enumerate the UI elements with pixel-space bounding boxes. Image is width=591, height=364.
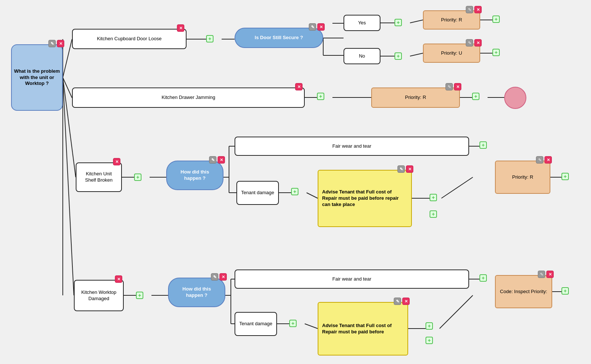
priority-r2-edit-btn[interactable]: ✎: [445, 83, 453, 90]
no-label: No: [359, 53, 365, 59]
root-label: What is the problem with the unit or Wor…: [12, 68, 62, 87]
how1-label: How did this happen ?: [172, 169, 218, 182]
drawer-node: ✕ Kitchen Drawer Jamming: [72, 87, 305, 108]
root-edit-btn[interactable]: ✎: [48, 40, 56, 47]
priority-r2-delete-btn[interactable]: ✕: [454, 83, 461, 90]
advise1-delete-btn[interactable]: ✕: [406, 165, 413, 173]
advise1-node: ✎ ✕ Advise Tenant that Full cost of Repa…: [318, 170, 412, 227]
flowchart-canvas: ✎ ✕ What is the problem with the unit or…: [0, 0, 591, 364]
priority-r1-delete-btn[interactable]: ✕: [474, 6, 482, 13]
priority-u-node: ✎ ✕ Priority: U: [423, 44, 480, 63]
pink-circle-node: [504, 87, 526, 109]
add-after-fwt2[interactable]: +: [479, 274, 487, 282]
priority-u-edit-btn[interactable]: ✎: [466, 39, 473, 47]
add-after-no[interactable]: +: [394, 52, 402, 60]
fwt1-label: Fair wear and tear: [332, 143, 372, 150]
priority-r1-label: Priority: R: [441, 17, 462, 23]
code-edit-btn[interactable]: ✎: [538, 271, 545, 278]
how2-label: How did this happen ?: [174, 286, 219, 299]
add-after-priority-u[interactable]: +: [492, 49, 500, 56]
how1-node: ✎ ✕ How did this happen ?: [166, 161, 223, 190]
add-after-priority-r3[interactable]: +: [561, 173, 569, 180]
code-label: Code: Inspect Priority:: [500, 289, 547, 295]
svg-line-1: [63, 78, 72, 98]
add-after-tenant1[interactable]: +: [291, 188, 298, 195]
add-after-tenant2[interactable]: +: [289, 320, 297, 327]
priority-u-delete-btn[interactable]: ✕: [474, 39, 482, 47]
add-after-advise2-b[interactable]: +: [426, 337, 433, 344]
how1-edit-btn[interactable]: ✎: [209, 156, 216, 164]
door-secure-delete-btn[interactable]: ✕: [317, 23, 325, 31]
advise1-edit-btn[interactable]: ✎: [397, 165, 405, 173]
add-after-yes[interactable]: +: [394, 19, 402, 26]
svg-line-41: [305, 324, 318, 329]
add-after-drawer[interactable]: +: [317, 93, 324, 100]
door-secure-label: Is Door Still Secure ?: [255, 35, 303, 41]
add-after-fwt1[interactable]: +: [479, 141, 487, 149]
add-after-worktop[interactable]: +: [136, 292, 143, 299]
yes-label: Yes: [358, 20, 366, 26]
tenant1-node: Tenant damage: [236, 181, 279, 205]
svg-line-15: [410, 53, 423, 56]
code-node: ✎ ✕ Code: Inspect Priority:: [495, 275, 552, 308]
priority-r3-delete-btn[interactable]: ✕: [544, 156, 552, 164]
how2-node: ✎ ✕ How did this happen ?: [168, 278, 225, 307]
worktop-delete-btn[interactable]: ✕: [115, 275, 122, 283]
yes-node: Yes: [344, 15, 380, 31]
worktop-node: ✕ Kitchen Worktop Damaged: [74, 280, 124, 311]
priority-u-label: Priority: U: [441, 50, 462, 56]
advise2-edit-btn[interactable]: ✎: [394, 298, 401, 305]
add-after-advise2-r[interactable]: +: [426, 322, 433, 330]
root-node: ✎ ✕ What is the problem with the unit or…: [11, 44, 63, 111]
tenant1-label: Tenant damage: [241, 190, 274, 196]
priority-r3-node: ✎ ✕ Priority: R: [495, 161, 550, 194]
priority-r1-node: ✎ ✕ Priority: R: [423, 10, 480, 30]
how1-delete-btn[interactable]: ✕: [218, 156, 225, 164]
shelf-label: Kitchen Unit Shelf Broken: [80, 171, 117, 183]
tenant2-node: Tenant damage: [235, 312, 277, 336]
advise2-delete-btn[interactable]: ✕: [402, 298, 410, 305]
priority-r1-edit-btn[interactable]: ✎: [466, 6, 473, 13]
add-after-door-loose[interactable]: +: [206, 35, 213, 42]
root-delete-btn[interactable]: ✕: [57, 40, 64, 47]
svg-line-12: [410, 20, 423, 23]
advise2-node: ✎ ✕ Advise Tenant that Full cost of Repa…: [318, 302, 408, 356]
svg-line-29: [307, 193, 318, 198]
add-after-priority-r2[interactable]: +: [472, 93, 479, 100]
priority-r3-edit-btn[interactable]: ✎: [536, 156, 543, 164]
shelf-node: ✕ Kitchen Unit Shelf Broken: [76, 162, 122, 192]
code-delete-btn[interactable]: ✕: [546, 271, 554, 278]
drawer-delete-btn[interactable]: ✕: [295, 83, 303, 90]
how2-delete-btn[interactable]: ✕: [219, 273, 227, 281]
worktop-label: Kitchen Worktop Damaged: [78, 289, 119, 302]
add-after-shelf[interactable]: +: [134, 174, 141, 181]
svg-line-31: [441, 177, 473, 198]
advise1-label: Advise Tenant that Full cost of Repair m…: [322, 189, 407, 208]
door-loose-node: ✕ Kitchen Cupboard Door Loose: [72, 29, 187, 49]
add-after-advise1[interactable]: +: [430, 194, 437, 201]
no-node: No: [344, 48, 380, 64]
fwt2-node: Fair wear and tear: [235, 269, 469, 289]
svg-line-3: [63, 78, 74, 295]
fwt2-label: Fair wear and tear: [332, 276, 372, 282]
add-right-advise1[interactable]: +: [430, 210, 437, 218]
door-secure-node: ✎ ✕ Is Door Still Secure ?: [235, 28, 323, 48]
door-loose-label: Kitchen Cupboard Door Loose: [97, 36, 162, 42]
how2-edit-btn[interactable]: ✎: [211, 273, 218, 281]
svg-line-43: [440, 295, 473, 329]
add-after-priority-r1[interactable]: +: [492, 16, 500, 23]
priority-r3-label: Priority: R: [512, 174, 533, 181]
priority-r2-node: ✎ ✕ Priority: R: [371, 87, 460, 108]
fwt1-node: Fair wear and tear: [235, 137, 469, 156]
priority-r2-label: Priority: R: [405, 95, 426, 101]
shelf-delete-btn[interactable]: ✕: [113, 158, 120, 165]
advise2-label: Advise Tenant that Full cost of Repair m…: [322, 323, 404, 335]
door-secure-edit-btn[interactable]: ✎: [309, 23, 316, 31]
door-loose-delete-btn[interactable]: ✕: [177, 24, 184, 32]
tenant2-label: Tenant damage: [239, 321, 273, 327]
add-after-code[interactable]: +: [561, 287, 569, 295]
drawer-label: Kitchen Drawer Jamming: [161, 95, 215, 101]
